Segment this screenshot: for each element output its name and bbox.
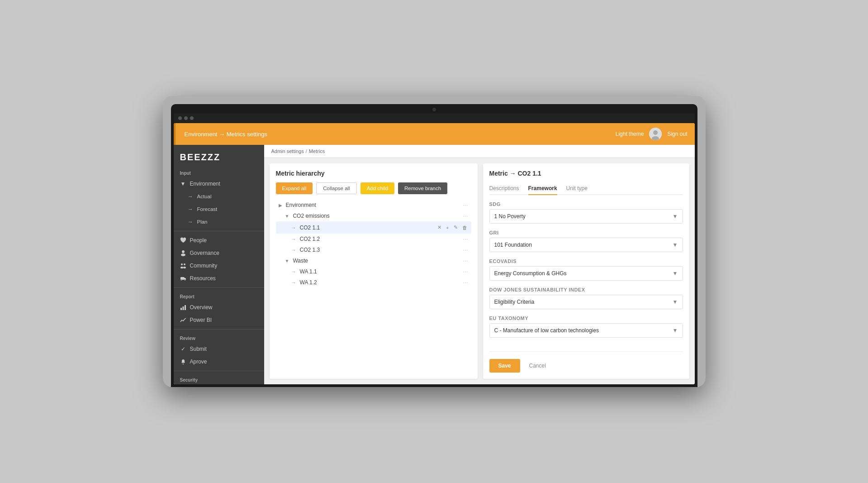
sidebar-item-plan[interactable]: → Plan bbox=[174, 215, 264, 228]
field-label-gri: GRI bbox=[489, 230, 683, 235]
edit-icon-button[interactable]: ✎ bbox=[452, 224, 459, 231]
line-chart-icon bbox=[180, 317, 186, 323]
sidebar-item-label: Forecast bbox=[197, 206, 218, 212]
sidebar-item-governance[interactable]: Governance bbox=[174, 247, 264, 259]
sidebar-item-actual[interactable]: → Actual bbox=[174, 190, 264, 203]
select-gri[interactable]: 101 Foundation ▼ bbox=[489, 238, 683, 252]
arrow-icon: → bbox=[291, 247, 296, 253]
tab-row: Descriptions Framework Unit type bbox=[489, 182, 683, 195]
add-child-button[interactable]: Add child bbox=[360, 182, 394, 194]
sidebar-item-forecast[interactable]: → Forecast bbox=[174, 203, 264, 215]
tree-row[interactable]: → WA 1.1 ··· bbox=[276, 266, 471, 277]
sidebar-item-label: People bbox=[190, 237, 207, 244]
person-icon bbox=[180, 250, 186, 256]
tree-node-label: WA 1.2 bbox=[300, 279, 461, 286]
svg-rect-9 bbox=[180, 277, 184, 280]
tree-icon: ▼ bbox=[285, 214, 289, 219]
sidebar: BEEZZZ Input ▼ Environment → Actual → Fo… bbox=[174, 145, 264, 384]
sidebar-item-people[interactable]: People bbox=[174, 234, 264, 247]
tree-row[interactable]: → CO2 1.2 ··· bbox=[276, 234, 471, 244]
tree-dots: ··· bbox=[463, 236, 468, 242]
svg-point-11 bbox=[180, 279, 182, 281]
form-actions: Save Cancel bbox=[489, 351, 683, 373]
tree-icon: ▶ bbox=[279, 203, 282, 208]
sidebar-item-resources[interactable]: Resources bbox=[174, 272, 264, 285]
tree-row[interactable]: ▼ Waste ··· bbox=[276, 255, 471, 266]
svg-point-5 bbox=[181, 263, 183, 265]
arrow-right-icon: → bbox=[187, 193, 194, 200]
select-value: Eligibility Criteria bbox=[494, 299, 535, 305]
theme-toggle[interactable]: Light theme bbox=[616, 131, 644, 137]
header: Environment → Metrics settings Light the… bbox=[174, 123, 695, 145]
tab-descriptions[interactable]: Descriptions bbox=[489, 182, 519, 195]
select-ecovadis[interactable]: Energy Consumption & GHGs ▼ bbox=[489, 266, 683, 281]
group-icon bbox=[180, 263, 186, 269]
chart-icon bbox=[180, 304, 186, 311]
arrow-icon: → bbox=[291, 236, 296, 242]
select-value: 101 Foundation bbox=[494, 242, 532, 248]
heart-icon bbox=[180, 237, 186, 244]
sidebar-item-overview[interactable]: Overview bbox=[174, 301, 264, 314]
metric-tree: ▶ Environment ··· ▼ CO2 emissions ··· bbox=[276, 200, 471, 373]
tab-framework[interactable]: Framework bbox=[528, 182, 557, 195]
tree-row[interactable]: ▶ Environment ··· bbox=[276, 200, 471, 210]
select-value: Energy Consumption & GHGs bbox=[494, 270, 567, 277]
tree-row[interactable]: → CO2 1.1 ✕ + ✎ 🗑 bbox=[276, 221, 471, 234]
section-label-security: Security bbox=[174, 374, 264, 384]
arrow-icon: → bbox=[291, 225, 296, 230]
section-label-review: Review bbox=[174, 332, 264, 343]
tree-actions: ✕ + ✎ 🗑 bbox=[436, 224, 468, 231]
tree-row[interactable]: → CO2 1.3 ··· bbox=[276, 244, 471, 255]
breadcrumb-item[interactable]: Metrics bbox=[309, 148, 325, 154]
sidebar-item-label: Aprove bbox=[190, 359, 207, 365]
sidebar-item-powerbi[interactable]: Power BI bbox=[174, 314, 264, 326]
tab-unit-type[interactable]: Unit type bbox=[566, 182, 588, 195]
chevron-down-icon: ▼ bbox=[673, 242, 678, 248]
avatar bbox=[649, 128, 662, 140]
breadcrumb-separator: / bbox=[306, 148, 307, 154]
select-sdg[interactable]: 1 No Poverty ▼ bbox=[489, 209, 683, 224]
arrow-icon: → bbox=[291, 269, 296, 274]
select-dow-jones[interactable]: Eligibility Criteria ▼ bbox=[489, 295, 683, 309]
sidebar-item-submit[interactable]: ✓ Submit bbox=[174, 343, 264, 355]
cancel-button[interactable]: Cancel bbox=[525, 359, 550, 373]
tree-dots: ··· bbox=[463, 213, 468, 219]
breadcrumb-item[interactable]: Admin settings bbox=[271, 148, 304, 154]
tree-node-label: CO2 1.3 bbox=[300, 247, 461, 253]
arrow-right-icon: → bbox=[187, 206, 194, 212]
select-eu-taxonomy[interactable]: C - Manufacture of low carbon technologi… bbox=[489, 323, 683, 338]
sidebar-item-community[interactable]: Community bbox=[174, 259, 264, 272]
delete-icon-button[interactable]: 🗑 bbox=[461, 224, 469, 231]
breadcrumb: Admin settings / Metrics bbox=[264, 145, 695, 158]
tree-dots: ··· bbox=[463, 280, 468, 285]
header-breadcrumb: Environment → Metrics settings bbox=[185, 131, 268, 138]
plus-icon-button[interactable]: + bbox=[445, 224, 450, 231]
sidebar-item-environment[interactable]: ▼ Environment bbox=[174, 177, 264, 190]
sidebar-item-approve[interactable]: Aprove bbox=[174, 355, 264, 368]
tree-row[interactable]: → WA 1.2 ··· bbox=[276, 277, 471, 288]
svg-point-6 bbox=[184, 263, 185, 265]
section-label-input: Input bbox=[174, 167, 264, 177]
svg-point-3 bbox=[182, 250, 185, 253]
sidebar-item-label: Community bbox=[190, 263, 218, 269]
save-button[interactable]: Save bbox=[489, 359, 520, 373]
field-label-ecovadis: ECOVADIS bbox=[489, 258, 683, 264]
sidebar-item-label: Resources bbox=[190, 275, 216, 282]
svg-rect-13 bbox=[180, 308, 182, 310]
remove-branch-button[interactable]: Remove branch bbox=[398, 182, 447, 194]
app-logo: BEEZZZ bbox=[174, 145, 264, 167]
tree-dots: ··· bbox=[463, 269, 468, 274]
select-value: C - Manufacture of low carbon technologi… bbox=[494, 327, 599, 334]
tree-row[interactable]: ▼ CO2 emissions ··· bbox=[276, 210, 471, 221]
collapse-all-button[interactable]: Collapse all bbox=[316, 182, 356, 194]
field-label-dow-jones: Dow Jones Sustainability Index bbox=[489, 287, 683, 292]
field-label-sdg: SDG bbox=[489, 201, 683, 207]
expand-all-button[interactable]: Expand all bbox=[276, 182, 313, 194]
close-icon-button[interactable]: ✕ bbox=[436, 224, 443, 231]
svg-point-12 bbox=[184, 279, 185, 281]
right-panel-title: Metric → CO2 1.1 bbox=[489, 170, 683, 177]
left-panel: Metric hierarchy Expand all Collapse all… bbox=[270, 163, 478, 379]
chevron-down-icon: ▼ bbox=[180, 181, 186, 187]
tree-dots: ··· bbox=[463, 258, 468, 263]
signout-button[interactable]: Sign out bbox=[667, 131, 687, 137]
